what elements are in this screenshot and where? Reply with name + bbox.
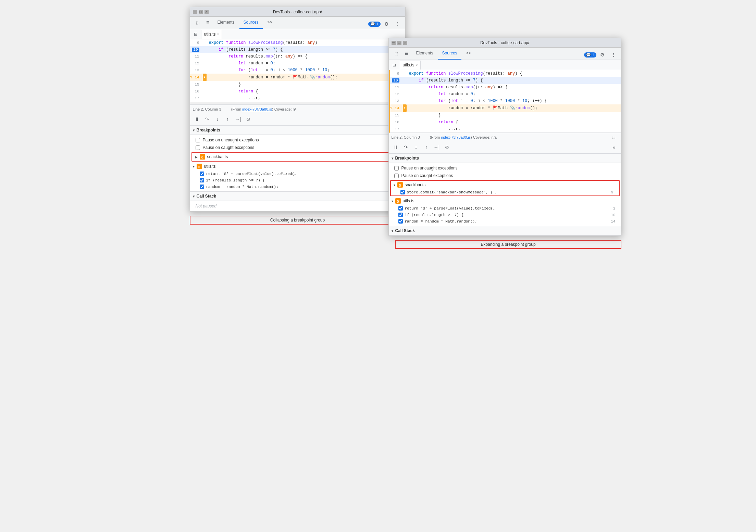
code-content-13-1: for (let i = 0; i < 1000 * 1000 * 10; xyxy=(208,67,330,74)
line-num-13-2: 13 xyxy=(390,98,402,104)
code-line-15-1: 15 } xyxy=(190,81,405,88)
breakpoints-title-1: Breakpoints xyxy=(197,128,220,132)
file-tab-utils-2[interactable]: utils.ts × xyxy=(400,61,421,69)
inspect-icon-2[interactable]: ⬚ xyxy=(392,49,401,58)
sidebar-toggle-1[interactable]: ⊟ xyxy=(191,30,200,38)
step-over-btn-2[interactable]: ↷ xyxy=(402,143,410,151)
call-stack-header-2[interactable]: ▾ Call Stack xyxy=(389,226,621,236)
call-stack-arrow-2: ▾ xyxy=(392,229,393,233)
tab-more-1[interactable]: >> xyxy=(263,16,276,29)
bp-group-utils-header-1[interactable]: ▾ {} utils.ts xyxy=(190,162,405,170)
tab-sources-1[interactable]: Sources xyxy=(239,16,263,29)
step-over-btn-1[interactable]: ↷ xyxy=(203,115,211,123)
tab-elements-1[interactable]: Elements xyxy=(213,16,239,29)
tab-sources-2[interactable]: Sources xyxy=(438,47,461,60)
tab-bar-right-2: 💬 1 ⚙ ⋮ xyxy=(584,50,619,60)
step-into-btn-2[interactable]: ↓ xyxy=(412,143,420,151)
line-num-17-1: 17 xyxy=(190,95,202,102)
tab-elements-2[interactable]: Elements xyxy=(412,47,437,60)
bp-item-cb-3-1[interactable] xyxy=(200,185,204,189)
bp-group-utils-arrow-2: ▾ xyxy=(392,199,393,203)
deactivate-btn-2[interactable]: ⊘ xyxy=(443,143,451,151)
code-content-12-1: let random = 0; xyxy=(208,60,275,67)
pause-uncaught-cb-1[interactable] xyxy=(196,138,200,142)
settings-icon-2[interactable]: ⚙ xyxy=(598,50,607,60)
settings-icon-1[interactable]: ⚙ xyxy=(382,19,392,29)
bp-group-utils-2: ▾ {} utils.ts return '$' + parseFloat(va… xyxy=(389,197,621,225)
sidebar-toggle-2[interactable]: ⊟ xyxy=(390,61,398,69)
scrollbar-h-1[interactable] xyxy=(190,102,405,104)
tab-bar-left-1: ⬚ ☰ Elements Sources >> xyxy=(191,16,278,29)
minimize-btn-2[interactable]: ─ xyxy=(392,41,396,45)
file-close-1[interactable]: × xyxy=(217,33,219,36)
bp-group-snackbar-header-2[interactable]: ▾ {} snackbar.ts xyxy=(391,181,619,189)
minimize-btn-1[interactable]: ─ xyxy=(193,10,197,14)
pause-caught-cb-1[interactable] xyxy=(196,145,200,150)
code-line-13-1: 13 for (let i = 0; i < 1000 * 1000 * 10; xyxy=(190,67,405,74)
more-debug-btn-2[interactable]: » xyxy=(610,143,618,151)
bp-group-snackbar-2: ▾ {} snackbar.ts store.commit('snackbar/… xyxy=(390,180,620,196)
window-1: ─ □ × DevTools - coffee-cart.app/ ⬚ ☰ El… xyxy=(190,7,406,225)
bp-item-snackbar-1-2: store.commit('snackbar/showMessage', { …… xyxy=(391,189,619,195)
restore-btn-2[interactable]: □ xyxy=(397,41,401,45)
step-out-btn-2[interactable]: ↑ xyxy=(422,143,431,151)
breakpoints-arrow-2: ▾ xyxy=(392,156,393,160)
tab-more-2[interactable]: >> xyxy=(462,47,475,60)
bp-item-cb-1-1[interactable] xyxy=(200,172,204,176)
more-icon-2[interactable]: ⋮ xyxy=(609,50,618,60)
code-content-17-1: ...r, xyxy=(208,95,261,102)
deactivate-btn-1[interactable]: ⊘ xyxy=(244,115,252,123)
bp-group-snackbar-arrow-2: ▾ xyxy=(394,183,395,187)
tab-bar-left-2: ⬚ ☰ Elements Sources >> xyxy=(390,47,476,60)
step-btn-2[interactable]: →| xyxy=(433,143,441,151)
pause-caught-cb-2[interactable] xyxy=(394,174,399,178)
bp-item-snackbar-cb-1-2[interactable] xyxy=(400,190,405,194)
file-tab-label-1: utils.ts xyxy=(204,32,216,37)
pause-caught-2: Pause on caught exceptions xyxy=(389,172,621,179)
console-badge-1[interactable]: 💬 1 xyxy=(368,22,380,27)
restore-btn-1[interactable]: □ xyxy=(199,10,203,14)
bp-item-cb-2-2[interactable] xyxy=(398,213,403,217)
code-content-11-2: return results.map((r: any) => { xyxy=(408,84,508,91)
windows-row: ─ □ × DevTools - coffee-cart.app/ ⬚ ☰ El… xyxy=(190,7,567,249)
bp-item-cb-3-2[interactable] xyxy=(398,219,403,224)
step-into-btn-1[interactable]: ↓ xyxy=(213,115,222,123)
breakpoints-header-2[interactable]: ▾ Breakpoints xyxy=(389,154,621,163)
devtools-window-1: ─ □ × DevTools - coffee-cart.app/ ⬚ ☰ El… xyxy=(190,7,406,212)
console-icon-1: 💬 xyxy=(370,22,375,26)
line-num-16-2: 16 xyxy=(390,119,402,126)
code-content-16-2: return { xyxy=(408,119,458,126)
close-btn-2[interactable]: × xyxy=(403,41,407,45)
pause-btn-1[interactable]: ⏸ xyxy=(193,115,201,123)
call-stack-arrow-1: ▾ xyxy=(193,194,195,198)
step-out-btn-1[interactable]: ↑ xyxy=(224,115,232,123)
status-file-link-2[interactable]: index-73f73a80.js xyxy=(441,135,471,139)
breakpoints-title-2: Breakpoints xyxy=(395,156,419,161)
file-close-2[interactable]: × xyxy=(416,63,418,67)
bp-group-snackbar-header-1[interactable]: ▶ {} snackbar.ts xyxy=(192,153,403,161)
label-wrapper-1: Collapsing a breakpoint group xyxy=(190,216,406,225)
bp-item-cb-1-2[interactable] xyxy=(398,206,403,211)
inspect-icon-1[interactable]: ⬚ xyxy=(193,18,202,27)
bp-item-cb-2-1[interactable] xyxy=(200,178,204,182)
status-file-link-1[interactable]: index-73f73a80.js xyxy=(242,107,272,111)
pause-uncaught-cb-2[interactable] xyxy=(394,166,399,170)
console-count-2: 1 xyxy=(592,53,594,57)
device-icon-2[interactable]: ☰ xyxy=(402,49,411,58)
bp-group-snackbar-arrow-1: ▶ xyxy=(195,155,198,159)
bp-group-utils-header-2[interactable]: ▾ {} utils.ts xyxy=(389,197,621,205)
close-btn-1[interactable]: × xyxy=(205,10,209,14)
status-icon-2[interactable]: ⬚ xyxy=(609,132,618,142)
tab-bar-2: ⬚ ☰ Elements Sources >> 💬 1 ⚙ ⋮ xyxy=(389,48,621,60)
device-icon-1[interactable]: ☰ xyxy=(203,18,213,27)
title-bar-2: ─ □ × DevTools - coffee-cart.app/ xyxy=(389,38,621,48)
file-tab-utils-1[interactable]: utils.ts × xyxy=(201,30,222,39)
step-btn-1[interactable]: →| xyxy=(234,115,242,123)
breakpoints-header-1[interactable]: ▾ Breakpoints xyxy=(190,126,405,135)
code-line-14-1: ? 14 ● random = random * 🚩Math.📎random()… xyxy=(190,74,405,81)
pause-btn-2[interactable]: ⏸ xyxy=(392,143,400,151)
code-content-15-1: } xyxy=(208,81,241,88)
console-badge-2[interactable]: 💬 1 xyxy=(584,52,596,58)
code-content-9-2: export function slowProcessing(results: … xyxy=(408,70,522,77)
call-stack-header-1[interactable]: ▾ Call Stack xyxy=(190,192,405,201)
